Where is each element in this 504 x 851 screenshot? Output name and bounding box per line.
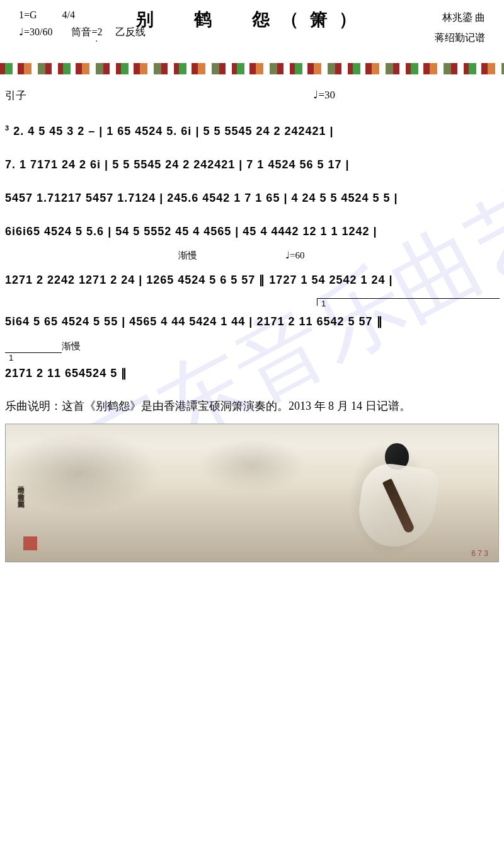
slow-marking-2: 渐慢: [62, 341, 81, 351]
transcriber-credit: 蒋绍勤记谱: [435, 32, 485, 45]
slow-marking-1: 渐慢: [178, 250, 197, 262]
piece-title: 别 鹤 怨（箫）: [136, 8, 368, 32]
page-number: 6 7 3: [471, 549, 488, 558]
decorative-divider: [0, 63, 504, 74]
staff-line-1: 3 2. 4 5 45 3 2 – | 1 65 4524 5. 6i | 5 …: [5, 124, 499, 138]
staff-line-6: 5i64 5 65 4524 5 55 | 4565 4 44 5424 1 4…: [5, 315, 499, 328]
tempo-mark-30: ♩=30: [313, 88, 335, 103]
staff-line-2: 7. 1 7171 24 2 6i | 5 5 5545 24 2 242421…: [5, 158, 499, 171]
illustration-painting: 不堪愁时画堪怜 独坐黄昏谁与言 知是别鹤离鸾曲 6 7 3: [5, 424, 499, 562]
notation-text: 7. 1 7171 24 2 6i | 5 5 5545 24 2 242421…: [5, 158, 350, 171]
music-score: 广东音乐曲艺网 引子 ♩=30 3 2. 4 5 45 3 2 – | 1 65…: [0, 79, 504, 380]
grace-note: 3: [5, 124, 9, 132]
repeat-bracket-1: 1: [317, 298, 500, 306]
notation-text: 2. 4 5 45 3 2 – | 1 65 4524 5. 6i | 5 5 …: [13, 125, 333, 137]
notation-text: 5i64 5 65 4524 5 55 | 4565 4 44 5424 1 4…: [5, 315, 383, 328]
piece-description: 乐曲说明：这首《别鹤怨》是由香港譚宝硕洞箫演奏的。2013 年 8 月 14 日…: [0, 391, 504, 421]
key-signature: 1=G: [19, 9, 37, 21]
time-signature: 4/4: [62, 9, 75, 21]
tempo-mark-60: ♩=60: [285, 250, 304, 262]
staff-line-4: 6i6i65 4524 5 5.6 | 54 5 5552 45 4 4565 …: [5, 225, 499, 238]
painting-seal: [23, 536, 37, 550]
repeat-number: 1: [9, 353, 13, 362]
composer-credit: 林兆鎏 曲: [442, 11, 485, 25]
staff-line-5: 1271 2 2242 1271 2 24 | 1265 4524 5 6 5 …: [5, 273, 499, 287]
repeat-bracket-2: 1: [5, 352, 62, 360]
tongyin-low-dot: .: [95, 34, 98, 44]
notation-text: 6i6i65 4524 5 5.6 | 54 5 5552 45 4 4565 …: [5, 225, 377, 238]
staff-line-7: 2171 2 11 654524 5 ‖: [5, 366, 499, 380]
staff-line-3: 5457 1.71217 5457 1.7124 | 245.6 4542 1 …: [5, 192, 499, 205]
tongyin-marking: 筒音=2 .: [71, 26, 102, 39]
intro-label: 引子: [5, 88, 26, 103]
tongyin-text: 筒音=2: [71, 26, 102, 37]
notation-text: 5457 1.71217 5457 1.7124 | 245.6 4542 1 …: [5, 192, 398, 204]
painting-calligraphy: 不堪愁时画堪怜 独坐黄昏谁与言 知是别鹤离鸾曲: [17, 481, 25, 495]
notation-text: 2171 2 11 654524 5 ‖: [5, 367, 127, 379]
notation-text: 1271 2 2242 1271 2 24 | 1265 4524 5 6 5 …: [5, 274, 393, 286]
repeat-number: 1: [321, 299, 326, 308]
score-header: 1=G 4/4 别 鹤 怨（箫） 林兆鎏 曲 蒋绍勤记谱 ♩=30/60 筒音=…: [0, 0, 504, 50]
tempo-marking: ♩=30/60: [19, 26, 52, 38]
